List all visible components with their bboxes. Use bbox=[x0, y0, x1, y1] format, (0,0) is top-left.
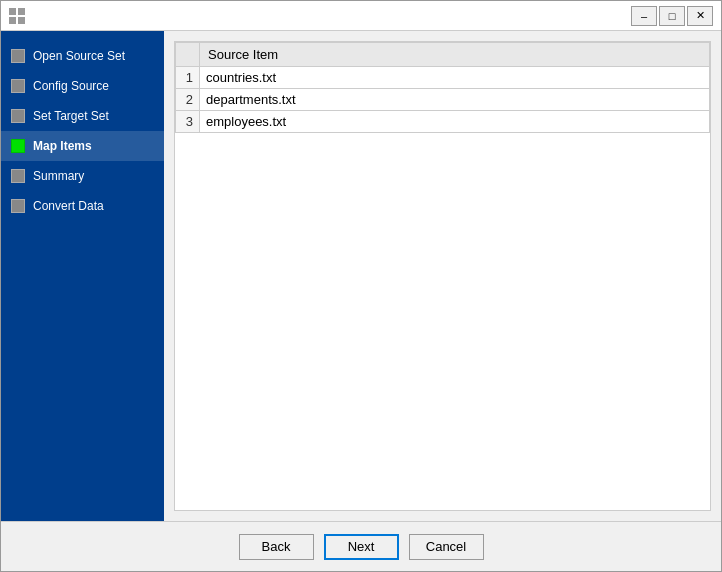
nav-bullet-set-target-set bbox=[11, 109, 25, 123]
source-items-table-container: Source Item 1countries.txt2departments.t… bbox=[174, 41, 711, 511]
back-button[interactable]: Back bbox=[239, 534, 314, 560]
content-area: Source Item 1countries.txt2departments.t… bbox=[164, 31, 721, 521]
nav-bullet-config-source bbox=[11, 79, 25, 93]
source-item-value: countries.txt bbox=[200, 67, 710, 89]
next-button[interactable]: Next bbox=[324, 534, 399, 560]
table-row[interactable]: 2departments.txt bbox=[176, 89, 710, 111]
main-content: Open Source SetConfig SourceSet Target S… bbox=[1, 31, 721, 521]
sidebar: Open Source SetConfig SourceSet Target S… bbox=[1, 31, 164, 521]
nav-bullet-open-source-set bbox=[11, 49, 25, 63]
svg-rect-0 bbox=[9, 8, 16, 15]
sidebar-item-convert-data[interactable]: Convert Data bbox=[1, 191, 164, 221]
main-window: – □ ✕ Open Source SetConfig SourceSet Ta… bbox=[0, 0, 722, 572]
title-bar-left bbox=[9, 8, 25, 24]
sidebar-item-config-source[interactable]: Config Source bbox=[1, 71, 164, 101]
source-item-value: departments.txt bbox=[200, 89, 710, 111]
table-row[interactable]: 3employees.txt bbox=[176, 111, 710, 133]
nav-bullet-convert-data bbox=[11, 199, 25, 213]
source-item-value: employees.txt bbox=[200, 111, 710, 133]
cancel-button[interactable]: Cancel bbox=[409, 534, 484, 560]
title-bar: – □ ✕ bbox=[1, 1, 721, 31]
app-icon bbox=[9, 8, 25, 24]
close-button[interactable]: ✕ bbox=[687, 6, 713, 26]
sidebar-item-open-source-set[interactable]: Open Source Set bbox=[1, 41, 164, 71]
nav-label-open-source-set: Open Source Set bbox=[33, 49, 125, 63]
table-row[interactable]: 1countries.txt bbox=[176, 67, 710, 89]
window-controls: – □ ✕ bbox=[631, 6, 713, 26]
nav-bullet-map-items bbox=[11, 139, 25, 153]
row-number: 2 bbox=[176, 89, 200, 111]
maximize-button[interactable]: □ bbox=[659, 6, 685, 26]
minimize-button[interactable]: – bbox=[631, 6, 657, 26]
source-items-table: Source Item 1countries.txt2departments.t… bbox=[175, 42, 710, 133]
svg-rect-1 bbox=[18, 8, 25, 15]
sidebar-item-summary[interactable]: Summary bbox=[1, 161, 164, 191]
sidebar-item-set-target-set[interactable]: Set Target Set bbox=[1, 101, 164, 131]
nav-label-convert-data: Convert Data bbox=[33, 199, 104, 213]
nav-bullet-summary bbox=[11, 169, 25, 183]
svg-rect-3 bbox=[18, 17, 25, 24]
nav-label-map-items: Map Items bbox=[33, 139, 92, 153]
footer: Back Next Cancel bbox=[1, 521, 721, 571]
nav-label-summary: Summary bbox=[33, 169, 84, 183]
source-item-header: Source Item bbox=[200, 43, 710, 67]
nav-label-set-target-set: Set Target Set bbox=[33, 109, 109, 123]
sidebar-item-map-items[interactable]: Map Items bbox=[1, 131, 164, 161]
svg-rect-2 bbox=[9, 17, 16, 24]
row-number: 3 bbox=[176, 111, 200, 133]
row-number: 1 bbox=[176, 67, 200, 89]
nav-label-config-source: Config Source bbox=[33, 79, 109, 93]
row-num-header bbox=[176, 43, 200, 67]
